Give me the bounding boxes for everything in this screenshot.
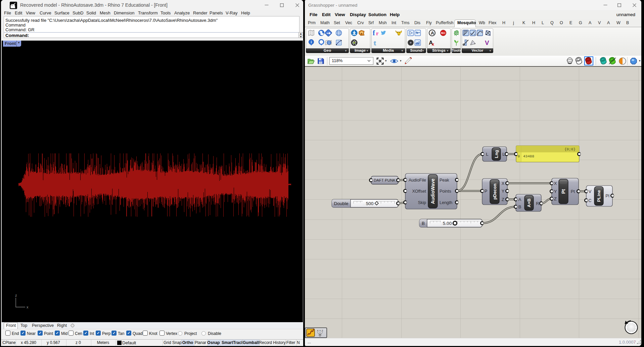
svg-text:Length: Length — [440, 200, 452, 205]
svg-text:A: A — [518, 197, 521, 202]
svg-text:i: i — [311, 40, 312, 44]
svg-text:Pl: Pl — [605, 193, 609, 198]
svg-text:Double: Double — [334, 201, 349, 206]
svg-text:5.00: 5.00 — [443, 221, 452, 226]
svg-text:Pt: Pt — [561, 189, 566, 194]
svg-text:C: C — [588, 198, 591, 203]
svg-text:V: V — [485, 39, 489, 46]
svg-text:Z: Z — [554, 196, 557, 201]
svg-text:Points: Points — [440, 189, 451, 194]
svg-text:Y: Y — [554, 189, 557, 194]
svg-text:Z: Z — [502, 197, 504, 202]
svg-text:L: L — [486, 152, 489, 157]
svg-text:B: B — [422, 221, 425, 226]
svg-text:REC: REC — [441, 32, 446, 34]
svg-text:B: B — [518, 204, 521, 209]
svg-text:z: z — [15, 294, 17, 297]
svg-text:Lng: Lng — [494, 150, 499, 158]
svg-text:X Y Z: X Y Z — [317, 329, 323, 332]
svg-text:f: f — [373, 29, 375, 37]
svg-text:pDecon: pDecon — [492, 184, 497, 200]
svg-text:Y: Y — [502, 189, 505, 194]
svg-text:Pt: Pt — [571, 189, 575, 194]
svg-text:A: A — [432, 31, 434, 34]
svg-text:R: R — [536, 201, 539, 206]
svg-text:DAFT PUNK: DAFT PUNK — [374, 178, 396, 182]
svg-text:X: X — [502, 181, 505, 186]
svg-text:Skip: Skip — [418, 200, 426, 205]
svg-text:V: V — [589, 189, 592, 194]
svg-text:AudioFile: AudioFile — [409, 178, 426, 183]
svg-text:x: x — [27, 305, 29, 309]
svg-text:x: x — [432, 42, 434, 46]
svg-text:X: X — [554, 181, 557, 186]
svg-text:43488: 43488 — [523, 154, 534, 158]
svg-text:0: 0 — [518, 154, 520, 158]
svg-text:t: t — [374, 39, 376, 46]
svg-text:XOffset: XOffset — [412, 189, 426, 194]
svg-text:Peak: Peak — [440, 178, 449, 183]
svg-text:A×B: A×B — [526, 198, 532, 207]
svg-text:PLine: PLine — [596, 190, 601, 202]
svg-text:{0;0}: {0;0} — [564, 147, 576, 151]
svg-text:AudioWave: AudioWave — [430, 179, 435, 204]
svg-text:r: r — [376, 30, 379, 37]
svg-text:P: P — [485, 189, 488, 194]
svg-text:500: 500 — [366, 201, 374, 206]
